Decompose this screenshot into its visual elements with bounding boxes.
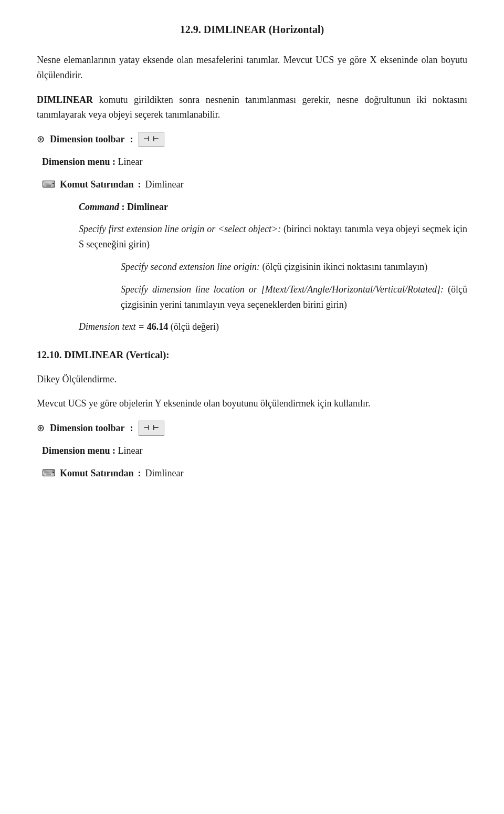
dimension-menu-row-2: Dimension menu : Linear [37,443,467,458]
toolbar-colon: : [130,132,133,147]
dimension-toolbar-row: ⊛ Dimension toolbar : ⊣ ⊢ [37,132,467,147]
command-value: Dimlinear [127,202,168,212]
komut-row-2: ⌨ Komut Satırından : Dimlinear [37,466,467,481]
toolbar-star-icon: ⊛ [37,132,45,147]
komut-value: Dimlinear [145,177,184,192]
subsection-title: 12.10. DIMLINEAR (Vertical): [37,347,467,363]
dimension-menu-row: Dimension menu : Linear [37,154,467,170]
section-title: 12.9. DIMLINEAR (Horizontal) [37,21,467,38]
dimension-toolbar-row-2: ⊛ Dimension toolbar : ⊣ ⊢ [37,421,467,436]
paragraph-2: DIMLINEAR komutu girildikten sonra nesne… [37,92,467,123]
dimension-text-row: Dimension text = 46.14 (ölçü değeri) [37,319,467,335]
menu-label: Dimension menu [42,156,110,167]
command-row: Command : Dimlinear [37,200,467,215]
specify3-text: Specify dimension line location or [Mtex… [121,284,444,295]
toolbar2-button[interactable]: ⊣ ⊢ [139,421,164,436]
komut-colon: : [138,177,141,192]
kbd2-icon: ⌨ [42,466,56,481]
dimension-text-value: 46.14 [147,321,169,332]
toolbar-label: Dimension toolbar [50,132,125,147]
toolbar2-label: Dimension toolbar [50,421,125,436]
menu2-value: Linear [118,445,143,456]
specify1-text: Specify first extension line origin or <… [79,224,281,234]
specify-first-row: Specify first extension line origin or <… [37,222,467,252]
command-label: Command [79,202,119,212]
toolbar2-star-icon: ⊛ [37,421,45,436]
toolbar2-colon: : [130,421,133,436]
kbd-icon: ⌨ [42,177,56,192]
dimension-text-label: Dimension text [79,321,135,332]
subsection-para2-text: Mevcut UCS ye göre objelerin Y ekseninde… [37,398,371,409]
komut-row: ⌨ Komut Satırından : Dimlinear [37,177,467,192]
menu2-label: Dimension menu [42,445,110,456]
menu2-colon: : [112,445,118,456]
komut-label: Komut Satırından [60,177,134,192]
dimension-text-eq: = [138,321,147,332]
command-colon: : [122,202,128,212]
subsection-para2: Mevcut UCS ye göre objelerin Y ekseninde… [37,396,467,411]
komut2-value: Dimlinear [145,466,184,481]
toolbar-button[interactable]: ⊣ ⊢ [139,132,164,147]
specify-third-row: Specify dimension line location or [Mtex… [37,282,467,312]
paragraph-1: Nesne elemanlarının yatay eksende olan m… [37,53,467,83]
dimension-text-note-text: (ölçü değeri) [171,321,219,332]
komut2-colon: : [138,466,141,481]
specify2-text: Specify second extension line origin: [121,262,260,272]
paragraph-1-text: Nesne elemanlarının yatay eksende olan m… [37,55,467,80]
specify-second-row: Specify second extension line origin: (ö… [37,259,467,275]
subsection-para1: Dikey Ölçülendirme. [37,372,467,387]
menu-colon: : [112,156,118,167]
paragraph-2-text: komutu girildikten sonra nesnenin tanıml… [37,95,467,120]
paragraph-2-bold: DIMLINEAR [37,95,93,105]
toolbar2-btn-inner: ⊣ ⊢ [143,423,160,434]
komut2-label: Komut Satırından [60,466,134,481]
toolbar-btn-inner: ⊣ ⊢ [143,134,160,145]
specify2-note-text: (ölçü çizgisinin ikinci noktasını tanıml… [262,262,427,272]
menu-value: Linear [118,156,143,167]
